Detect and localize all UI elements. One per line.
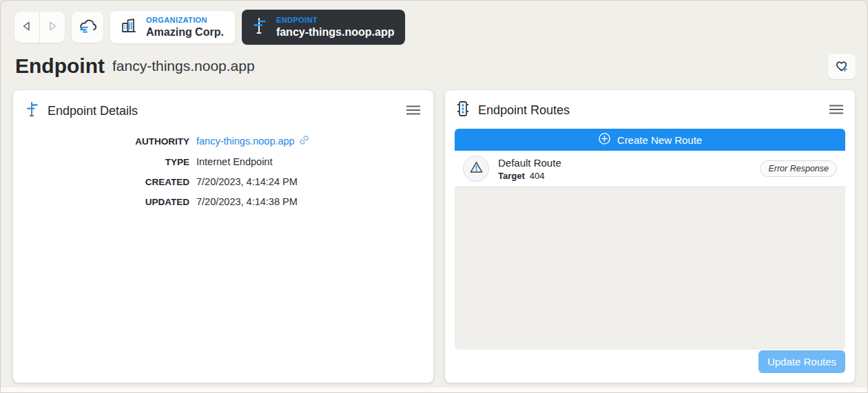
heart-plus-icon	[834, 58, 850, 75]
field-label: UPDATED	[24, 197, 189, 207]
noop-cloud-button[interactable]	[72, 12, 103, 43]
routes-card-title: Endpoint Routes	[478, 103, 570, 118]
field-value: Internet Endpoint	[196, 156, 272, 167]
forward-arrow-icon	[45, 19, 59, 35]
history-buttons	[14, 12, 65, 43]
route-type-badge: Error Response	[760, 160, 837, 177]
favorite-button[interactable]	[828, 54, 856, 79]
warning-triangle-icon	[469, 160, 484, 177]
field-label: TYPE	[24, 157, 189, 167]
create-new-route-label: Create New Route	[617, 134, 702, 146]
hamburger-menu-icon	[406, 105, 421, 118]
field-authority: AUTHORITY fancy-things.noop.app	[24, 135, 422, 147]
details-field-list: AUTHORITY fancy-things.noop.app	[24, 135, 422, 207]
route-name: Default Route	[498, 157, 561, 169]
routes-empty-area	[455, 187, 845, 350]
endpoint-details-card: Endpoint Details AUTHORITY fancy	[13, 90, 433, 383]
field-label: AUTHORITY	[24, 136, 189, 147]
field-created: CREATED 7/20/2023, 4:14:24 PM	[24, 176, 422, 187]
organization-kicker: ORGANIZATION	[146, 16, 207, 25]
field-label: CREATED	[24, 177, 189, 187]
hamburger-menu-icon	[829, 104, 844, 117]
top-navigation: ORGANIZATION Amazing Corp. ENDPOINT fanc…	[14, 10, 405, 45]
route-target-value: 404	[530, 171, 545, 181]
bottom-strip	[1, 387, 867, 392]
endpoint-label: fancy-things.noop.app	[276, 25, 395, 39]
field-value: 7/20/2023, 4:14:38 PM	[196, 196, 298, 207]
back-button[interactable]	[14, 12, 39, 43]
create-new-route-button[interactable]: Create New Route	[455, 129, 845, 151]
organization-label: Amazing Corp.	[146, 25, 224, 39]
building-icon	[119, 17, 138, 38]
details-card-title: Endpoint Details	[48, 104, 138, 118]
organization-chip-text: ORGANIZATION Amazing Corp.	[146, 16, 224, 38]
authority-link[interactable]: fancy-things.noop.app	[196, 135, 309, 147]
field-type: TYPE Internet Endpoint	[24, 156, 422, 167]
field-updated: UPDATED 7/20/2023, 4:14:38 PM	[24, 196, 422, 207]
endpoint-kicker: ENDPOINT	[276, 16, 318, 25]
routes-footer: Update Routes	[455, 350, 845, 373]
traffic-light-icon	[455, 100, 471, 120]
details-card-header: Endpoint Details	[24, 100, 422, 121]
circle-plus-icon	[598, 132, 611, 147]
chain-link-icon	[299, 135, 309, 147]
page-title: Endpoint	[15, 54, 105, 78]
endpoint-chip-text: ENDPOINT fancy-things.noop.app	[276, 16, 395, 38]
noop-cloud-icon	[78, 17, 97, 37]
back-arrow-icon	[20, 19, 34, 35]
route-text: Default Route Target404	[498, 157, 561, 181]
signpost-icon	[251, 17, 269, 38]
endpoint-routes-card: Endpoint Routes	[445, 90, 855, 383]
signpost-icon	[24, 100, 41, 121]
app-window: ORGANIZATION Amazing Corp. ENDPOINT fanc…	[0, 0, 868, 393]
forward-button[interactable]	[40, 12, 65, 43]
page-header: Endpoint fancy-things.noop.app	[15, 52, 856, 81]
field-value: 7/20/2023, 4:14:24 PM	[196, 176, 298, 187]
update-routes-button[interactable]: Update Routes	[758, 350, 845, 373]
route-status-circle	[463, 156, 489, 182]
details-card-menu-button[interactable]	[404, 102, 422, 120]
route-target-label: Target	[498, 171, 525, 181]
main-content: Endpoint Details AUTHORITY fancy	[13, 90, 855, 383]
route-target: Target404	[498, 171, 561, 181]
endpoint-chip[interactable]: ENDPOINT fancy-things.noop.app	[242, 10, 406, 45]
route-row[interactable]: Default Route Target404 Error Response	[455, 151, 845, 187]
routes-card-menu-button[interactable]	[827, 101, 845, 120]
page-subtitle: fancy-things.noop.app	[112, 58, 255, 74]
routes-card-header: Endpoint Routes	[455, 100, 845, 120]
organization-chip[interactable]: ORGANIZATION Amazing Corp.	[110, 11, 235, 43]
routes-list: Create New Route Default Rout	[455, 129, 845, 350]
